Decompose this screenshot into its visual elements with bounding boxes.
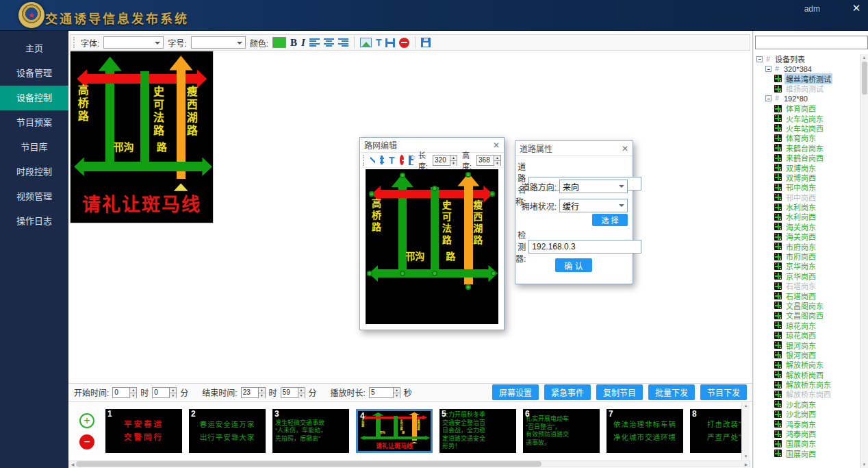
sidebar-item-设备管理[interactable]: 设备管理 [0,61,68,86]
spin-up-icon[interactable]: ▲ [450,156,457,161]
spin-down-icon[interactable]: ▼ [394,393,400,398]
end-hour-stepper[interactable]: ▲▼ [241,387,266,398]
scroll-right-icon[interactable]: ▶ [743,462,750,467]
tree-device-item[interactable]: 文昌阁岗西 [755,310,859,320]
scroll-up-icon[interactable]: ▲ [863,56,867,60]
sidebar-item-节目库[interactable]: 节目库 [0,135,68,160]
tree-scrollbar[interactable]: ▲ ▼ [860,54,868,468]
tree-node[interactable]: #设备列表 [755,54,859,64]
road-direction-select[interactable]: 来向 [559,180,628,193]
sidebar-item-操作日志[interactable]: 操作日志 [0,209,68,234]
insert-image-icon[interactable] [360,38,372,47]
program-thumbnail[interactable]: 8打击改装“炸严查严处“机 [690,409,741,453]
action-button-复制节目[interactable]: 复制节目 [596,384,643,400]
action-button-批量下发[interactable]: 批量下发 [648,384,695,400]
tree-device-item[interactable]: 来鹤台岗东 [755,143,859,153]
sidebar-item-主页[interactable]: 主页 [0,36,68,61]
dialog-titlebar[interactable]: 道路属性 ✕ [515,141,633,156]
text-tool-icon[interactable]: T [389,155,395,166]
tree-device-item[interactable]: 火车站岗西 [755,123,859,133]
spin-down-icon[interactable]: ▼ [450,161,457,166]
tree-device-item[interactable]: 琼花岗东 [755,321,859,330]
tree-device-item[interactable]: 市府岗西 [755,251,859,261]
remove-program-icon[interactable]: − [79,434,94,449]
save-icon[interactable] [421,38,431,47]
bold-button[interactable]: B [290,37,297,49]
road-node-handle[interactable] [432,271,437,276]
road-node-handle[interactable] [489,191,495,197]
program-thumbnail[interactable]: 6扎实开展电动车“百日整治”，有效预防道路交通事故。 [523,409,600,453]
scrollbar-thumb[interactable] [76,461,541,467]
road-node-handle[interactable] [367,271,372,276]
program-thumbnail[interactable]: 4 高桥路 史可法路 瘦西湖路 邗沟 路 请礼让斑马线 [356,409,433,453]
action-button-节目下发[interactable]: 节目下发 [700,384,747,400]
tree-device-item[interactable]: 文昌阁岗东 [755,301,859,310]
tree-device-item[interactable]: 石塔岗东 [755,281,859,291]
tree-device-item[interactable]: 火车站岗东 [755,113,859,123]
expander-icon[interactable] [765,95,771,101]
tree-device-item[interactable]: 双博岗西 [755,173,859,182]
spin-down-icon[interactable]: ▼ [170,393,176,398]
tree-device-item[interactable]: 水利岗东 [755,202,859,212]
tree-device-item[interactable]: 邗中岗东 [755,182,859,192]
cross-road-icon[interactable] [380,156,384,164]
tree-device-item[interactable]: 石塔岗西 [755,291,859,300]
horizontal-scrollbar[interactable]: ◀ ▶ [68,460,750,467]
strip-scrollbar[interactable]: ▲ ▼ [741,402,750,460]
confirm-button[interactable]: 确 认 [555,258,592,272]
tree-device-item[interactable]: 解放桥岗西 [755,370,859,380]
end-minute-input[interactable] [281,388,298,397]
tree-device-item[interactable]: 京华岗东 [755,261,859,271]
close-icon[interactable]: ✕ [622,144,628,153]
expander-icon[interactable] [756,56,763,62]
save-icon[interactable] [409,156,413,165]
program-thumbnail[interactable]: 5大力开展秋冬季交通安全整治百日会战，全力稳定道路交通安全形势！ [439,409,516,453]
sidebar-item-时段控制[interactable]: 时段控制 [0,160,68,184]
road-network-icon[interactable] [385,38,395,47]
spin-down-icon[interactable]: ▼ [130,393,136,398]
sidebar-item-节目预案[interactable]: 节目预案 [0,110,68,135]
length-input[interactable] [433,156,450,165]
expander-icon[interactable] [765,66,771,72]
duration-input[interactable] [370,388,393,397]
tree-device-item[interactable]: 水利岗西 [755,212,859,221]
tree-device-item[interactable]: 沙北岗东 [755,399,859,409]
action-button-屏幕设置[interactable]: 屏幕设置 [492,384,539,400]
tree-device-item[interactable]: 琼花岗西 [755,330,859,340]
close-icon[interactable]: ✕ [493,140,500,150]
tree-device-item[interactable]: 国展岗西 [755,449,859,458]
dialog-titlebar[interactable]: 路网编辑 ✕ [360,138,504,153]
tree-device-item[interactable]: 鸿泰岗东 [755,419,859,428]
sidebar-item-视频管理[interactable]: 视频管理 [0,184,68,209]
delete-icon[interactable] [400,155,405,165]
tree-device-item[interactable]: 国展岗东 [755,439,859,448]
tree-device-item[interactable]: 来鹤台岗西 [755,153,859,162]
road-node-handle[interactable] [400,271,405,276]
action-button-紧急事件[interactable]: 紧急事件 [544,384,591,400]
tree-device-item[interactable]: 鸿泰岗西 [755,429,859,439]
tree-device-item[interactable]: 沙北岗西 [755,409,859,419]
select-button[interactable]: 选 择 [592,214,628,226]
spin-up-icon[interactable]: ▲ [394,388,400,393]
tree-device-item[interactable]: 银河岗西 [755,350,859,360]
end-hour-input[interactable] [242,388,258,397]
height-stepper[interactable]: ▲▼ [476,155,501,166]
length-stepper[interactable]: ▲▼ [433,155,457,166]
spin-down-icon[interactable]: ▼ [494,161,500,166]
scroll-up-icon[interactable]: ▲ [744,404,748,408]
tree-device-item[interactable]: 体育岗西 [755,103,859,113]
align-center-icon[interactable] [324,38,334,47]
start-minute-stepper[interactable]: ▲▼ [152,387,177,398]
tree-device-item[interactable]: 京华岗西 [755,271,859,281]
end-minute-stepper[interactable]: ▲▼ [281,387,305,398]
program-thumbnail[interactable]: 7依法治理非标车辆净化城市交通环境 [607,409,683,453]
tree-node[interactable]: #320*384 [755,64,859,73]
detector-input[interactable] [528,240,641,254]
spin-down-icon[interactable]: ▼ [298,393,305,398]
color-swatch[interactable] [272,37,286,48]
tree-device-item[interactable]: 市府岗东 [755,241,859,251]
tree-device-item[interactable]: 维扬岗测试 [755,84,859,93]
congestion-select[interactable]: 缓行 [559,199,628,212]
start-hour-stepper[interactable]: ▲▼ [112,387,137,398]
tree-device-item[interactable]: 海关岗西 [755,232,859,241]
